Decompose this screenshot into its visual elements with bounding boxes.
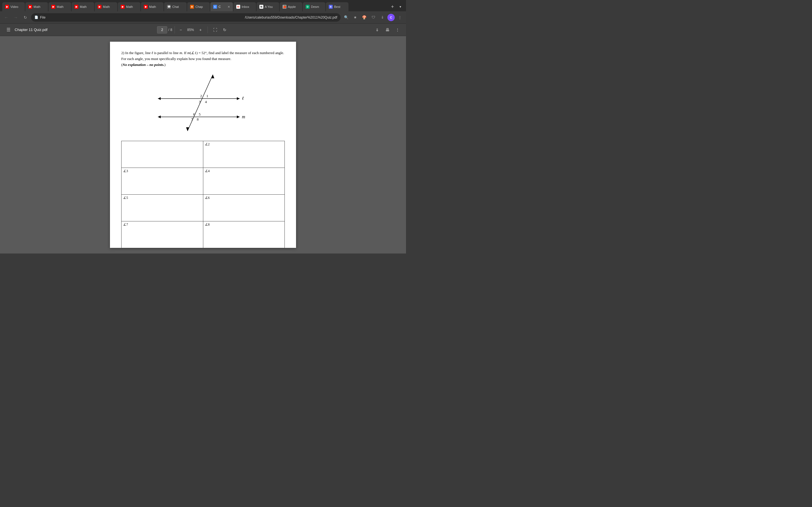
url-file-icon: 📄 <box>35 15 38 19</box>
tab-label: Math <box>149 5 156 8</box>
answer-cell-8: ∠8 <box>203 221 285 248</box>
tab-t1[interactable]: ▶Video <box>2 2 25 11</box>
answer-cell-7: ∠7 <box>121 221 203 248</box>
zoom-out-button[interactable]: − <box>177 26 185 34</box>
angle-7-label: ∠7 <box>123 223 128 226</box>
url-path: /Users/caleburias559/Downloads/Chapter%2… <box>245 15 337 19</box>
page-total: 8 <box>170 28 172 32</box>
tab-close-button[interactable]: ✕ <box>227 5 230 9</box>
yt-icon: ▶ <box>121 5 124 9</box>
tab-t2[interactable]: ▶Math <box>26 2 48 11</box>
tab-t10[interactable]: CC✕ <box>210 2 233 11</box>
profile-button[interactable]: C <box>388 14 395 21</box>
search-button[interactable]: 🔍 <box>342 13 350 21</box>
address-bar: ← → ↻ 📄 File /Users/caleburias559/Downlo… <box>0 11 406 24</box>
fit-page-button[interactable]: ⛶ <box>211 26 219 34</box>
problem-text: 2) In the figure, line ℓ is parallel to … <box>121 50 285 68</box>
back-button[interactable]: ← <box>2 13 10 21</box>
svg-text:8: 8 <box>197 117 199 121</box>
yt-icon: ▶ <box>74 5 79 9</box>
tab-overflow-button[interactable]: ▾ <box>397 3 404 11</box>
extension-button[interactable]: 🍄 <box>360 13 368 21</box>
svg-marker-2 <box>237 97 240 100</box>
tab-t4[interactable]: ▶Math <box>71 2 94 11</box>
page-separator: / <box>168 28 169 32</box>
reload-button[interactable]: ↻ <box>21 13 29 21</box>
desmos-icon: D <box>306 5 310 9</box>
angle-3-label: ∠3 <box>123 169 128 173</box>
new-tab-button[interactable]: + <box>389 3 396 11</box>
tab-t3[interactable]: ▶Math <box>49 2 71 11</box>
angle-4-label: ∠4 <box>205 169 210 173</box>
brave-icon: B <box>190 5 194 9</box>
yt-icon: ▶ <box>144 5 148 9</box>
brave-shield[interactable]: 🛡 <box>369 13 377 21</box>
svg-marker-6 <box>237 115 240 118</box>
address-actions: 🔍 ★ 🍄 🛡 ⇓ C ⋮ <box>342 13 404 21</box>
gmail-icon: M <box>236 5 240 9</box>
bookmark-button[interactable]: ★ <box>351 13 359 21</box>
svg-text:7: 7 <box>191 117 193 121</box>
tab-label: Best <box>334 5 340 8</box>
angle-5-label: ∠5 <box>123 196 128 200</box>
tab-label: Math <box>34 5 40 8</box>
svg-text:m: m <box>242 114 245 119</box>
page-input[interactable] <box>157 26 167 34</box>
table-row: ∠5 ∠6 <box>121 194 285 221</box>
tab-t14[interactable]: DDesm <box>303 2 325 11</box>
pdf-page: 2) In the figure, line ℓ is parallel to … <box>110 42 296 248</box>
tab-t5[interactable]: ▶Math <box>95 2 117 11</box>
download-button[interactable]: ⇓ <box>378 13 386 21</box>
svg-text:ℓ: ℓ <box>242 96 244 101</box>
tab-t12[interactable]: NA You <box>257 2 279 11</box>
tab-label: Desm <box>311 5 319 8</box>
tab-label: Chap <box>195 5 203 8</box>
tab-label: Apple <box>288 5 296 8</box>
pdf-print-button[interactable]: 🖶 <box>384 26 391 34</box>
tab-label: Math <box>126 5 133 8</box>
pdf-title: Chapter 11 Quiz.pdf <box>15 27 155 32</box>
geometry-diagram: ℓ m 2 1 3 4 <box>149 70 257 135</box>
svg-text:2: 2 <box>200 94 202 98</box>
table-row: ∠3 ∠4 <box>121 168 285 194</box>
zoom-in-button[interactable]: + <box>197 26 204 34</box>
pdf-more-button[interactable]: ⋮ <box>394 26 402 34</box>
tab-label: Math <box>103 5 110 8</box>
answer-cell-5: ∠5 <box>121 194 203 221</box>
toolbar-right: ⛶ ↻ <box>211 26 229 34</box>
answer-table: ∠2 ∠3 ∠4 ∠5 ∠6 ∠7 <box>121 141 285 248</box>
tab-t6[interactable]: ▶Math <box>118 2 140 11</box>
answer-cell-2: ∠2 <box>203 141 285 168</box>
tab-t8[interactable]: 💬Chat <box>164 2 187 11</box>
pdf-download-button[interactable]: ⇓ <box>373 26 381 34</box>
tab-t11[interactable]: MInbox <box>234 2 256 11</box>
tab-label: Math <box>80 5 87 8</box>
table-row: ∠7 ∠8 <box>121 221 285 248</box>
notion-icon: N <box>259 5 263 9</box>
tab-t13[interactable]: 🍎Apple <box>280 2 302 11</box>
tab-label: Chat <box>172 5 179 8</box>
angle-8-label: ∠8 <box>205 223 210 226</box>
url-box[interactable]: 📄 File /Users/caleburias559/Downloads/Ch… <box>31 13 341 22</box>
tab-label: A You <box>265 5 273 8</box>
hamburger-menu[interactable]: ☰ <box>4 26 12 34</box>
tab-t9[interactable]: BChap <box>187 2 210 11</box>
diagram-container: ℓ m 2 1 3 4 <box>121 70 285 135</box>
yt-icon: ▶ <box>28 5 32 9</box>
forward-button[interactable]: → <box>12 13 20 21</box>
answer-cell-3: ∠3 <box>121 168 203 194</box>
angle-2-label: ∠2 <box>205 142 210 146</box>
tab-t15[interactable]: BBest <box>326 2 349 11</box>
problem-intro: In the figure, line ℓ is parallel to lin… <box>121 51 284 61</box>
pdf-toolbar: ☰ Chapter 11 Quiz.pdf / 8 − 85% + ⛶ ↻ ⇓ … <box>0 24 406 36</box>
svg-marker-1 <box>158 97 161 100</box>
yt-icon: ▶ <box>5 5 9 9</box>
angle-6-label: ∠6 <box>205 196 210 200</box>
answer-cell-1 <box>121 141 203 168</box>
rotate-button[interactable]: ↻ <box>221 26 229 34</box>
tab-t7[interactable]: ▶Math <box>141 2 163 11</box>
svg-marker-5 <box>158 115 161 118</box>
menu-button[interactable]: ⋮ <box>396 13 404 21</box>
apple-icon: 🍎 <box>283 5 287 9</box>
chat-icon: 💬 <box>167 5 171 9</box>
